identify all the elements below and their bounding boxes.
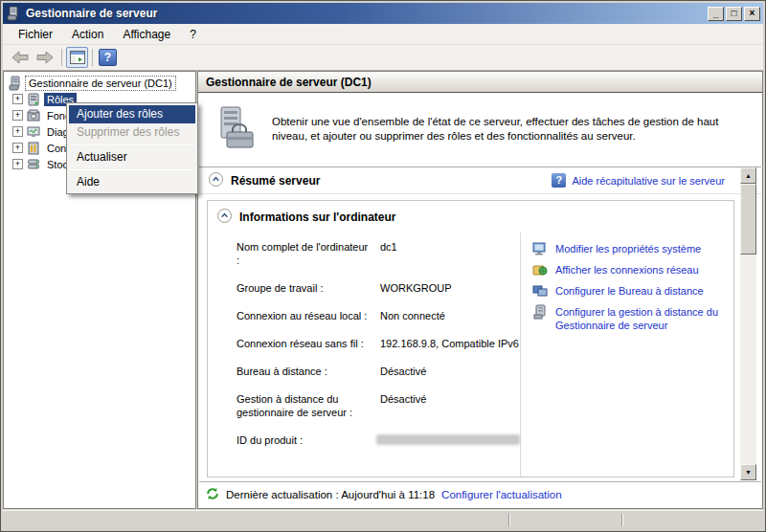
field-value: 192.168.9.8, Compatible IPv6	[380, 337, 520, 350]
field-row: Connexion réseau sans fil : 192.168.9.8,…	[237, 337, 520, 350]
status-bar	[3, 510, 763, 529]
menu-action[interactable]: Action	[62, 25, 113, 44]
pane-title: Gestionnaire de serveur (DC1)	[206, 76, 372, 89]
title-bar: Gestionnaire de serveur _ □ ×	[3, 3, 763, 24]
minimize-button[interactable]: _	[708, 7, 724, 21]
toolbar-separator	[61, 49, 62, 66]
server-toolbox-icon	[215, 105, 258, 153]
field-row: Nom complet de l'ordinateur : dc1	[237, 240, 520, 267]
server-summary-title: Résumé serveur	[231, 174, 544, 188]
server-manager-node-icon	[8, 76, 23, 91]
menu-separator	[70, 144, 194, 145]
console-tree-icon	[70, 51, 85, 64]
status-pane-separator	[508, 514, 510, 526]
link-row: Configurer la gestion à distance du Gest…	[532, 305, 733, 332]
field-row: ID du produit :	[237, 433, 520, 447]
tree-root[interactable]: Gestionnaire de serveur (DC1)	[26, 77, 175, 90]
remote-desktop-icon	[532, 283, 548, 299]
server-manager-window: Gestionnaire de serveur _ □ × Fichier Ac…	[0, 0, 766, 532]
tree-root-row: Gestionnaire de serveur (DC1)	[4, 75, 195, 91]
modify-system-properties-link[interactable]: Modifier les propriétés système	[555, 242, 701, 255]
storage-icon	[26, 157, 41, 172]
field-value: WORKGROUP	[380, 281, 520, 295]
toolbar: ?	[3, 45, 763, 71]
system-properties-icon	[532, 241, 548, 256]
configuration-icon	[26, 141, 41, 156]
menu-view[interactable]: Affichage	[113, 25, 180, 44]
menu-separator	[70, 169, 194, 170]
collapse-computer-info-button[interactable]	[217, 209, 232, 226]
field-row: Connexion au réseau local : Non connecté	[237, 309, 520, 322]
context-menu-add-roles[interactable]: Ajouter des rôles	[69, 105, 195, 123]
field-value: Désactivé	[380, 392, 520, 419]
expand-icon[interactable]: +	[12, 126, 23, 137]
maximize-button[interactable]: □	[726, 7, 742, 21]
refresh-bar: Dernière actualisation : Aujourd'hui à 1…	[199, 481, 761, 507]
forward-button	[33, 47, 57, 68]
remote-management-icon	[532, 304, 548, 320]
summary-scroll-area: Résumé serveur ? Aide récapitulative sur…	[199, 166, 761, 480]
close-button[interactable]: ×	[744, 7, 760, 21]
field-row: Bureau à distance : Désactivé	[237, 365, 520, 378]
scroll-up-button[interactable]: ▲	[740, 167, 756, 184]
last-refresh-text: Dernière actualisation : Aujourd'hui à 1…	[226, 489, 435, 500]
expand-icon[interactable]: +	[12, 110, 23, 121]
field-value: Désactivé	[380, 365, 520, 378]
menu-file[interactable]: Fichier	[9, 25, 62, 44]
pane-header: Gestionnaire de serveur (DC1)	[198, 72, 762, 93]
link-row: Modifier les propriétés système	[532, 242, 733, 256]
field-label: Nom complet de l'ordinateur :	[237, 240, 380, 267]
back-arrow-icon	[10, 50, 31, 65]
field-value: dc1	[380, 240, 520, 267]
field-row: Gestion à distance du gestionnaire de se…	[237, 392, 520, 419]
field-label: Gestion à distance du gestionnaire de se…	[237, 392, 380, 419]
overview-description: Obtenir une vue d'ensemble de l'état de …	[272, 115, 749, 144]
computer-info-title: Informations sur l'ordinateur	[239, 211, 396, 224]
show-network-connections-link[interactable]: Afficher les connexions réseau	[555, 263, 699, 277]
context-menu: Ajouter des rôles Supprimer des rôles Ac…	[66, 102, 198, 194]
diagnostics-icon	[26, 124, 41, 140]
expand-icon[interactable]: +	[12, 159, 23, 169]
expand-icon[interactable]: +	[12, 94, 23, 104]
forward-arrow-icon	[34, 50, 56, 65]
overview-section: Obtenir une vue d'ensemble de l'état de …	[198, 93, 762, 166]
menu-help[interactable]: ?	[180, 25, 206, 44]
status-pane-separator	[621, 514, 623, 526]
help-button[interactable]: ?	[99, 49, 117, 66]
help-icon: ?	[552, 173, 566, 188]
configure-remote-management-link[interactable]: Configurer la gestion à distance du Gest…	[555, 305, 733, 332]
field-value: Non connecté	[380, 309, 520, 322]
context-menu-refresh[interactable]: Actualiser	[69, 148, 195, 166]
refresh-icon	[206, 487, 219, 502]
field-label: Groupe de travail :	[237, 281, 380, 295]
expand-icon[interactable]: +	[12, 143, 23, 153]
roles-icon	[26, 92, 41, 107]
chevron-up-icon	[209, 172, 223, 187]
console-tree-toggle-button[interactable]	[66, 47, 88, 68]
computer-info-panel: Informations sur l'ordinateur Nom comple…	[207, 200, 734, 477]
app-icon	[6, 6, 21, 21]
field-row: Groupe de travail : WORKGROUP	[237, 281, 520, 295]
toolbar-separator	[92, 49, 93, 66]
context-menu-help[interactable]: Aide	[69, 173, 195, 191]
collapse-summary-button[interactable]	[209, 172, 223, 188]
server-summary-header: Résumé serveur ? Aide récapitulative sur…	[199, 167, 761, 194]
summary-help-link[interactable]: Aide récapitulative sur le serveur	[572, 175, 725, 187]
field-label: Bureau à distance :	[237, 365, 380, 378]
computer-info-header: Informations sur l'ordinateur	[208, 201, 733, 226]
product-id-redacted-value	[376, 434, 520, 445]
scrollbar-thumb[interactable]	[740, 184, 756, 255]
configure-remote-desktop-link[interactable]: Configurer le Bureau à distance	[555, 284, 704, 298]
field-value	[376, 433, 520, 447]
vertical-scrollbar[interactable]: ▲ ▼	[740, 167, 756, 480]
link-row: Configurer le Bureau à distance	[532, 284, 733, 299]
field-label: Connexion réseau sans fil :	[237, 337, 380, 350]
context-menu-remove-roles: Supprimer des rôles	[69, 123, 195, 142]
scroll-down-button[interactable]: ▼	[740, 464, 756, 480]
menu-bar: Fichier Action Affichage ?	[3, 24, 763, 45]
configure-refresh-link[interactable]: Configurer l'actualisation	[441, 489, 562, 500]
back-button	[8, 47, 33, 68]
network-connections-icon	[532, 262, 548, 277]
window-title: Gestionnaire de serveur	[26, 7, 708, 20]
computer-info-fields: Nom complet de l'ordinateur : dc1 Groupe…	[208, 233, 520, 477]
